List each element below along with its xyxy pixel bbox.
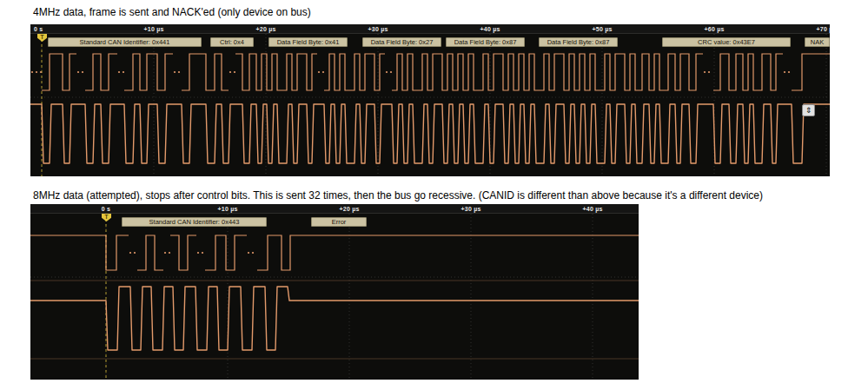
waveform-canvas — [30, 24, 830, 176]
time-tick-label: +70 µs — [817, 26, 830, 32]
time-tick-label: +30 µs — [368, 26, 388, 32]
caption-4mhz: 4MHz data, frame is sent and NACK'ed (on… — [33, 6, 311, 18]
time-tick-label: +20 µs — [256, 26, 276, 32]
time-tick-label: +20 µs — [340, 206, 360, 212]
decode-bubble: Data Field Byte: 0x87 — [539, 37, 618, 47]
time-tick-label: 0 s — [34, 26, 43, 32]
time-tick-label: +40 µs — [480, 26, 500, 32]
time-ruler: 0 s+10 µs+20 µs+30 µs+40 µs+50 µs+60 µs+… — [30, 24, 830, 34]
scope-screenshot-8mhz[interactable]: 0 s+10 µs+20 µs+30 µs+40 µsStandard CAN … — [30, 204, 639, 380]
waveform-canvas — [30, 204, 639, 380]
decode-bubble: NAK — [805, 37, 830, 47]
time-tick-label: +50 µs — [593, 26, 613, 32]
time-tick-label: +10 µs — [144, 26, 164, 32]
decode-bubble: Standard CAN Identifier: 0x441 — [48, 37, 202, 47]
scope-screenshot-4mhz[interactable]: 0 s+10 µs+20 µs+30 µs+40 µs+50 µs+60 µs+… — [30, 24, 830, 176]
time-tick-label: +60 µs — [705, 26, 725, 32]
time-tick-label: +10 µs — [218, 206, 238, 212]
decode-bubble: CRC value: 0x43E7 — [662, 37, 791, 47]
time-tick-label: +30 µs — [461, 206, 481, 212]
analog-cursor-handle-icon: ⇕ — [802, 104, 815, 116]
time-tick-label: +40 µs — [583, 206, 603, 212]
time-tick-label: 0 s — [102, 206, 110, 212]
decode-bubble: Data Field Byte: 0x87 — [446, 37, 525, 47]
decode-bubble: Ctrl: 0x4 — [210, 37, 254, 47]
decode-bubble: Data Field Byte: 0x27 — [362, 37, 441, 47]
decode-bubble: Standard CAN Identifier: 0x443 — [122, 217, 267, 227]
time-ruler: 0 s+10 µs+20 µs+30 µs+40 µs — [30, 204, 639, 214]
caption-8mhz: 8MHz data (attempted), stops after contr… — [33, 189, 763, 202]
decode-bubble: Error — [311, 217, 367, 227]
decode-bubble: Data Field Byte: 0x41 — [268, 37, 348, 47]
